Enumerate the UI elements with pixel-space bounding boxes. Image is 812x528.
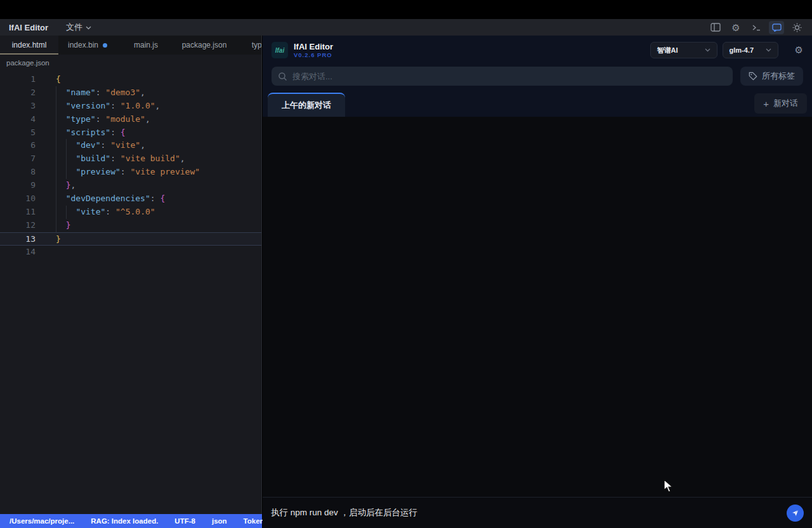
indent-guide — [66, 206, 76, 219]
status-item-1: RAG: Index loaded. — [91, 517, 158, 525]
chevron-down-icon — [705, 48, 710, 52]
editor-tab-package.json[interactable]: package.json — [175, 36, 233, 55]
new-chat-button[interactable]: + 新对话 — [754, 93, 807, 114]
code-line-4[interactable]: 4"type": "module", — [0, 113, 261, 126]
status-item-3: json — [212, 517, 227, 525]
line-number: 12 — [0, 219, 46, 232]
conversation-tab-label: 上午的新对话 — [282, 100, 331, 111]
code-line-9[interactable]: 9}, — [0, 179, 261, 192]
breadcrumb: package.json — [0, 55, 261, 71]
tab-label: typesc — [252, 41, 262, 50]
modified-dot-icon — [103, 43, 107, 48]
tab-label: main.js — [134, 41, 158, 50]
send-button[interactable] — [787, 505, 804, 522]
indent-guide — [56, 139, 66, 152]
editor-tab-index.html[interactable]: index.html — [0, 36, 58, 55]
indent-guide — [56, 206, 66, 219]
app-logo: Ifai — [272, 42, 288, 58]
chevron-down-icon — [86, 26, 91, 30]
indent-guide — [56, 100, 66, 113]
menu-file[interactable]: 文件 — [66, 22, 91, 33]
line-number: 2 — [0, 86, 46, 100]
chat-settings-gear-icon[interactable]: ⚙ — [795, 44, 803, 56]
line-number: 5 — [0, 126, 46, 140]
all-tags-button[interactable]: 所有标签 — [740, 67, 803, 86]
model-select-value: glm-4.7 — [730, 46, 754, 54]
tab-label: index.bin — [68, 41, 98, 50]
line-number: 14 — [0, 246, 46, 259]
line-number: 3 — [0, 100, 46, 113]
app-window: IfAI Editor 文件 ⚙ index.htmlindex.binmain… — [0, 0, 812, 528]
search-icon — [278, 72, 287, 81]
status-item-2: UTF-8 — [174, 517, 195, 525]
conversation-search[interactable] — [272, 67, 733, 86]
indent-guide — [56, 179, 66, 192]
code-line-6[interactable]: 6"dev": "vite", — [0, 139, 261, 152]
search-input[interactable] — [292, 72, 726, 81]
line-number: 1 — [0, 73, 46, 86]
code-line-8[interactable]: 8"preview": "vite preview" — [0, 166, 261, 179]
chevron-down-icon — [766, 48, 771, 52]
code-line-1[interactable]: 1{ — [0, 73, 261, 86]
editor-panel: index.htmlindex.binmain.jspackage.jsonty… — [0, 36, 262, 528]
editor-tab-bar: index.htmlindex.binmain.jspackage.jsonty… — [0, 36, 261, 55]
chat-brand-version: V0.2.6 PRO — [294, 51, 333, 59]
indent-guide — [66, 152, 76, 166]
indent-guide — [56, 166, 66, 179]
indent-guide — [56, 126, 66, 140]
editor-tab-typesc[interactable]: typesc — [233, 36, 262, 55]
chat-brand-title: IfAI Editor — [294, 42, 333, 51]
paper-plane-icon — [791, 509, 799, 517]
terminal-icon[interactable] — [749, 21, 764, 34]
code-area[interactable]: 1{2"name": "demo3",3"version": "1.0.0",4… — [0, 71, 261, 258]
line-number: 6 — [0, 139, 46, 152]
tab-label: package.json — [182, 41, 227, 50]
line-number: 13 — [0, 233, 46, 245]
code-line-11[interactable]: 11"vite": "^5.0.0" — [0, 206, 261, 219]
line-number: 9 — [0, 179, 46, 192]
status-bar: /Users/mac/proje...RAG: Index loaded.UTF… — [0, 514, 262, 528]
settings-gear-icon[interactable]: ⚙ — [728, 21, 743, 34]
layout-panel-icon[interactable] — [708, 21, 723, 34]
status-item-0: /Users/mac/proje... — [10, 517, 74, 525]
code-line-10[interactable]: 10"devDependencies": { — [0, 192, 261, 206]
menu-file-label: 文件 — [66, 22, 82, 33]
plus-icon: + — [763, 99, 769, 109]
theme-sun-icon[interactable] — [789, 21, 804, 34]
indent-guide — [56, 192, 66, 206]
code-line-2[interactable]: 2"name": "demo3", — [0, 86, 261, 100]
tab-label: index.html — [12, 41, 47, 50]
line-number: 10 — [0, 192, 46, 206]
line-number: 7 — [0, 152, 46, 166]
chat-panel: Ifai IfAI Editor V0.2.6 PRO 智谱AI glm-4.7… — [263, 36, 812, 528]
line-number: 8 — [0, 166, 46, 179]
title-bar: IfAI Editor 文件 ⚙ — [0, 19, 812, 36]
code-line-5[interactable]: 5"scripts": { — [0, 126, 261, 140]
indent-guide — [56, 86, 66, 100]
editor-tab-main.js[interactable]: main.js — [117, 36, 175, 55]
titlebar-icon-group: ⚙ — [708, 21, 804, 34]
indent-guide — [66, 139, 76, 152]
code-line-3[interactable]: 3"version": "1.0.0", — [0, 100, 261, 113]
indent-guide — [56, 113, 66, 126]
code-line-12[interactable]: 12} — [0, 219, 261, 232]
app-title: IfAI Editor — [9, 23, 48, 32]
chat-input-text[interactable]: 执行 npm run dev ，启动后在后台运行 — [271, 507, 417, 518]
code-line-7[interactable]: 7"build": "vite build", — [0, 152, 261, 166]
chat-header: Ifai IfAI Editor V0.2.6 PRO 智谱AI glm-4.7… — [263, 36, 812, 117]
chat-panel-icon[interactable] — [769, 21, 784, 34]
indent-guide — [56, 152, 66, 166]
indent-guide — [56, 219, 66, 232]
code-line-13[interactable]: 13} — [0, 232, 261, 246]
all-tags-label: 所有标签 — [762, 70, 795, 82]
provider-select[interactable]: 智谱AI — [650, 42, 717, 58]
code-line-14[interactable]: 14 — [0, 246, 261, 259]
model-select[interactable]: glm-4.7 — [723, 42, 778, 58]
provider-select-value: 智谱AI — [657, 46, 678, 55]
editor-tab-index.bin[interactable]: index.bin — [58, 36, 117, 55]
chat-input-bar: 执行 npm run dev ，启动后在后台运行 — [263, 497, 812, 528]
line-number: 11 — [0, 206, 46, 219]
line-number: 4 — [0, 113, 46, 126]
tag-icon — [749, 72, 757, 81]
conversation-tab[interactable]: 上午的新对话 — [268, 93, 345, 117]
